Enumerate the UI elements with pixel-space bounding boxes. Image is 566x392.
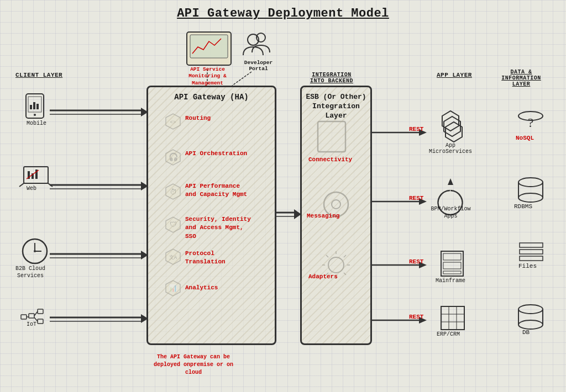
erp-label: ERP/CRM — [437, 331, 460, 337]
integration-layer-label: INTEGRATION INTO BACKEND — [307, 72, 357, 84]
svg-rect-89 — [32, 173, 34, 179]
rest-label-1: REST — [409, 126, 423, 133]
svg-point-63 — [518, 320, 543, 329]
svg-rect-59 — [520, 256, 543, 261]
routing-label: Routing — [185, 115, 211, 121]
svg-rect-58 — [520, 250, 543, 254]
svg-point-82 — [34, 114, 36, 116]
svg-point-95 — [34, 250, 36, 252]
rdbms-label: RDBMS — [514, 203, 532, 210]
svg-rect-41 — [441, 251, 463, 276]
svg-rect-84 — [33, 102, 35, 109]
analytics-label: Analytics — [185, 284, 218, 291]
developer-portal-line — [232, 72, 251, 86]
svg-rect-98 — [38, 319, 43, 324]
iot-label: IoT — [27, 321, 36, 327]
svg-point-92 — [23, 239, 47, 263]
db-label: DB — [522, 329, 530, 336]
adapters-label: Adapters — [308, 273, 338, 280]
mobile-arrow — [50, 108, 148, 116]
svg-rect-65 — [190, 35, 228, 58]
esb-title: ESB (Or Other) Integration Layer — [305, 93, 367, 121]
svg-rect-80 — [26, 94, 44, 118]
messaging-label: Messaging — [307, 213, 339, 219]
rest-label-2: REST — [409, 195, 423, 202]
svg-rect-101 — [21, 315, 27, 319]
svg-rect-64 — [187, 32, 231, 65]
nosql-label: NoSQL — [516, 135, 534, 141]
rest-label-3: REST — [409, 258, 423, 265]
web-label: Web — [27, 186, 36, 192]
svg-rect-90 — [35, 169, 38, 179]
svg-rect-44 — [443, 271, 461, 274]
app-layer-label: APP LAYER — [437, 72, 472, 78]
b2b-label: B2B CloudServices — [15, 265, 45, 279]
web-arrow — [50, 182, 148, 190]
b2b-arrow — [50, 251, 148, 259]
microservices-label: App MicroServices — [428, 142, 473, 155]
svg-rect-85 — [36, 104, 39, 109]
data-layer-label: Data & Information Layer — [491, 69, 552, 87]
svg-rect-81 — [28, 97, 41, 112]
svg-rect-96 — [29, 314, 34, 318]
page-title: API Gateway Deployment Model — [0, 0, 566, 20]
svg-point-67 — [256, 33, 265, 42]
rest-label-4: REST — [409, 314, 423, 320]
orchestration-label: API Orchestration — [185, 150, 247, 157]
mobile-label: Mobile — [27, 120, 46, 126]
bpm-label: BPM/WorkflowApps — [430, 205, 471, 220]
svg-rect-83 — [30, 105, 32, 109]
svg-point-56 — [518, 193, 543, 202]
svg-rect-42 — [443, 253, 461, 260]
svg-rect-88 — [28, 171, 30, 179]
svg-line-24 — [232, 72, 251, 86]
svg-point-60 — [518, 305, 543, 314]
svg-line-99 — [34, 311, 38, 316]
monitoring-label: API ServiceMonitoring &Management — [181, 66, 234, 87]
svg-point-66 — [248, 34, 259, 45]
performance-label: API Performanceand Capacity Mgmt — [185, 182, 247, 199]
svg-line-100 — [34, 317, 38, 321]
svg-rect-45 — [441, 306, 464, 330]
svg-rect-43 — [443, 262, 461, 269]
developer-portal-label: Developer Portal — [238, 60, 279, 72]
connectivity-label: Connectivity — [308, 156, 352, 163]
gateway-note: The API Gateway can bedeployed onpremise… — [154, 353, 233, 377]
iot-arrow — [50, 314, 148, 323]
svg-rect-57 — [520, 243, 543, 247]
svg-point-53 — [518, 178, 543, 187]
svg-marker-37 — [442, 111, 459, 131]
gateway-esb-arrow-1 — [276, 209, 301, 219]
client-layer-label: CLIENT LAYER — [15, 72, 62, 78]
svg-text:?: ? — [528, 115, 534, 130]
svg-marker-40 — [448, 178, 453, 185]
mainframe-label: Mainframe — [436, 278, 465, 284]
svg-marker-38 — [444, 116, 460, 136]
svg-rect-86 — [24, 167, 48, 183]
gateway-title: API Gateway (HA) — [148, 93, 275, 102]
svg-rect-97 — [38, 309, 43, 314]
security-label: Security, Identityand Access Mgmt,SSO — [185, 215, 251, 241]
svg-line-91 — [27, 170, 39, 179]
protocol-label: ProtocolTranslation — [185, 250, 226, 267]
svg-point-51 — [518, 112, 543, 120]
files-label: Files — [518, 263, 537, 269]
svg-marker-39 — [446, 122, 462, 142]
